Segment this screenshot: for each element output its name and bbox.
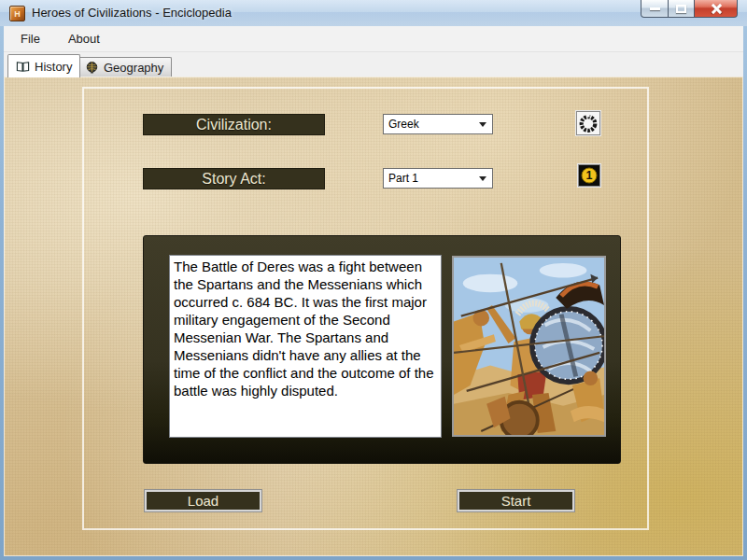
- tab-geography[interactable]: Geography: [77, 57, 172, 77]
- tab-history[interactable]: History: [7, 54, 80, 77]
- civilization-dropdown[interactable]: Greek: [383, 114, 493, 134]
- story-act-dropdown[interactable]: Part 1: [383, 168, 493, 189]
- tab-geography-label: Geography: [104, 61, 163, 75]
- globe-icon: [85, 61, 99, 75]
- start-button[interactable]: Start: [458, 490, 574, 511]
- open-book-icon: [16, 60, 30, 74]
- number-1-badge-icon: 1: [579, 165, 599, 186]
- load-button[interactable]: Load: [145, 490, 261, 511]
- chevron-down-icon: [479, 176, 486, 181]
- story-act-badge-button[interactable]: 1: [578, 164, 600, 187]
- story-panel: The Battle of Deres was a fight between …: [143, 235, 621, 464]
- badge-number: 1: [586, 169, 593, 182]
- app-icon: H: [9, 6, 25, 21]
- maximize-icon: [676, 5, 686, 13]
- menu-about[interactable]: About: [57, 29, 111, 49]
- window-title: Heroes of Civilizations - Enciclopedia: [32, 0, 232, 26]
- history-tab-page: Civilization: Greek Story Act: Part 1 1 …: [4, 77, 743, 556]
- maximize-button[interactable]: [669, 0, 695, 18]
- minimize-icon: [650, 7, 660, 10]
- menu-bar: File About: [4, 26, 743, 52]
- battle-painting-art: [454, 258, 604, 435]
- civilization-emblem-button[interactable]: [576, 111, 600, 135]
- chevron-down-icon: [479, 122, 486, 127]
- close-button[interactable]: [695, 0, 738, 18]
- battle-painting: [452, 256, 606, 437]
- story-act-selected-value: Part 1: [388, 172, 418, 185]
- close-icon: [711, 4, 721, 14]
- app-window: H Heroes of Civilizations - Enciclopedia…: [0, 0, 747, 560]
- title-bar[interactable]: H Heroes of Civilizations - Enciclopedia: [0, 0, 747, 26]
- menu-file[interactable]: File: [9, 29, 51, 49]
- minimize-button[interactable]: [641, 0, 669, 18]
- tab-history-label: History: [35, 60, 72, 74]
- civilization-label: Civilization:: [143, 114, 325, 135]
- story-textbox[interactable]: The Battle of Deres was a fight between …: [169, 255, 442, 438]
- civilization-selected-value: Greek: [388, 118, 419, 131]
- story-act-label: Story Act:: [143, 168, 325, 189]
- laurel-wreath-icon: [577, 112, 599, 134]
- tab-strip: History Geography: [4, 52, 743, 77]
- caption-buttons: [641, 0, 738, 18]
